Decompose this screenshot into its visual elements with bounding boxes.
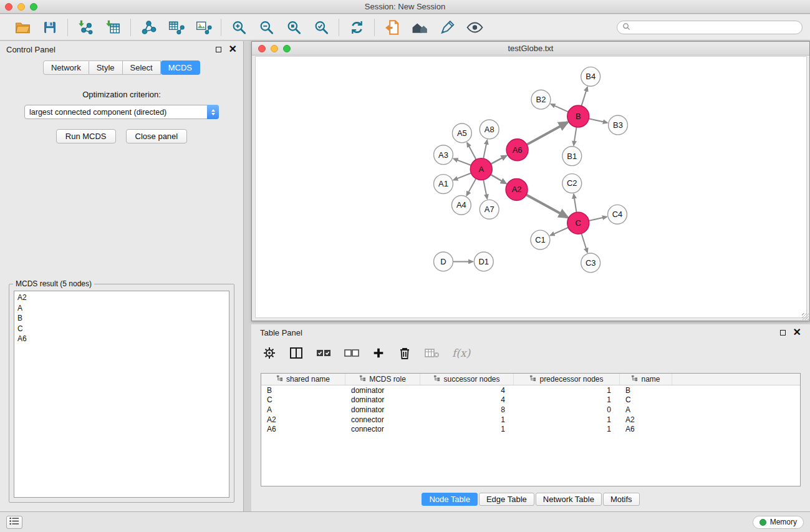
graph-edge-B-B2[interactable] bbox=[551, 104, 568, 112]
new-network-icon[interactable] bbox=[137, 17, 160, 38]
import-table-icon[interactable] bbox=[101, 17, 125, 38]
function-builder-icon[interactable]: f(x) bbox=[452, 347, 470, 359]
graph-node-B[interactable]: B bbox=[567, 105, 589, 127]
graph-node-C2[interactable]: C2 bbox=[562, 174, 582, 193]
graph-node-B3[interactable]: B3 bbox=[609, 115, 628, 135]
tab-network[interactable]: Network bbox=[43, 60, 89, 75]
close-window-button[interactable] bbox=[5, 3, 12, 11]
result-item[interactable]: C bbox=[14, 324, 229, 334]
close-table-panel-icon[interactable]: ✕ bbox=[793, 327, 801, 337]
add-column-icon[interactable] bbox=[372, 344, 385, 362]
table-row[interactable]: Adominator80A bbox=[261, 405, 800, 415]
graph-node-A7[interactable]: A7 bbox=[480, 200, 499, 219]
column-header-predecessor-nodes[interactable]: predecessor nodes bbox=[514, 374, 620, 385]
graph-edge-A-A8[interactable] bbox=[483, 140, 487, 159]
float-table-panel-icon[interactable] bbox=[780, 330, 786, 336]
settings-gear-icon[interactable] bbox=[262, 344, 277, 362]
float-panel-icon[interactable] bbox=[216, 47, 221, 52]
column-header-name[interactable]: name bbox=[620, 374, 672, 385]
column-header-successor-nodes[interactable]: successor nodes bbox=[420, 374, 514, 385]
close-panel-button[interactable]: Close panel bbox=[126, 129, 188, 143]
table-row[interactable]: Cdominator41C bbox=[261, 395, 800, 405]
zoom-fit-icon[interactable] bbox=[282, 17, 306, 38]
criterion-dropdown[interactable]: largest connected component (directed) bbox=[24, 105, 219, 119]
graph-node-C3[interactable]: C3 bbox=[581, 253, 600, 273]
result-item[interactable]: A2 bbox=[14, 293, 229, 303]
zoom-selected-icon[interactable] bbox=[309, 17, 333, 38]
result-item[interactable]: A6 bbox=[14, 334, 229, 344]
close-panel-icon[interactable]: ✕ bbox=[229, 44, 237, 54]
graph-node-D[interactable]: D bbox=[434, 252, 453, 271]
show-columns-icon[interactable] bbox=[289, 344, 304, 362]
graph-node-A8[interactable]: A8 bbox=[480, 120, 499, 139]
apply-layout-icon[interactable] bbox=[345, 17, 369, 38]
graph-node-C[interactable]: C bbox=[567, 212, 589, 234]
tab-edge-table[interactable]: Edge Table bbox=[479, 493, 534, 506]
tab-network-table[interactable]: Network Table bbox=[536, 493, 602, 506]
eye-icon[interactable] bbox=[463, 17, 486, 38]
result-item[interactable]: B bbox=[14, 313, 229, 324]
graph-edge-C-C1[interactable] bbox=[550, 228, 568, 236]
graph-node-A5[interactable]: A5 bbox=[452, 123, 471, 143]
tab-select[interactable]: Select bbox=[123, 60, 161, 75]
graph-node-A6[interactable]: A6 bbox=[506, 139, 528, 161]
graph-node-B1[interactable]: B1 bbox=[562, 147, 582, 166]
graph-edge-A-A5[interactable] bbox=[467, 143, 476, 160]
result-item[interactable]: A bbox=[14, 303, 229, 314]
minimize-window-button[interactable] bbox=[17, 3, 25, 11]
run-mcds-button[interactable]: Run MCDS bbox=[56, 129, 116, 143]
resize-grip[interactable] bbox=[802, 313, 809, 320]
network-canvas[interactable]: B4B2BB3A5A8A6A3B1AC2A1A2A4A7C4CC1C3DD1 bbox=[255, 56, 807, 318]
graph-node-D1[interactable]: D1 bbox=[474, 252, 493, 271]
maximize-window-button[interactable] bbox=[30, 3, 37, 11]
column-header-MCDS-role[interactable]: MCDS role bbox=[345, 374, 420, 385]
graph-edge-B-B3[interactable] bbox=[589, 118, 607, 122]
open-session-icon[interactable] bbox=[11, 17, 34, 38]
save-session-icon[interactable] bbox=[38, 17, 62, 38]
network-minimize-button[interactable] bbox=[271, 45, 278, 52]
network-maximize-button[interactable] bbox=[283, 45, 291, 52]
graph-node-A4[interactable]: A4 bbox=[451, 195, 471, 215]
graph-node-A1[interactable]: A1 bbox=[434, 175, 453, 194]
memory-button[interactable]: Memory bbox=[753, 516, 804, 529]
graph-edge-A2-C[interactable] bbox=[526, 195, 567, 217]
graph-node-A[interactable]: A bbox=[470, 158, 492, 180]
graph-edge-C-C4[interactable] bbox=[589, 217, 607, 221]
delete-column-icon[interactable] bbox=[397, 344, 412, 362]
graph-edge-A-A1[interactable] bbox=[453, 173, 471, 180]
graph-edge-B-B1[interactable] bbox=[574, 127, 577, 145]
export-table-icon[interactable] bbox=[164, 17, 188, 38]
select-all-icon[interactable] bbox=[316, 344, 332, 362]
graph-edge-A6-B[interactable] bbox=[527, 122, 567, 145]
graph-node-B4[interactable]: B4 bbox=[581, 67, 600, 86]
graph-node-C4[interactable]: C4 bbox=[608, 205, 627, 224]
tab-motifs[interactable]: Motifs bbox=[603, 493, 640, 506]
import-network-icon[interactable] bbox=[74, 17, 97, 38]
table-row[interactable]: Bdominator41B bbox=[261, 385, 800, 395]
export-image-icon[interactable] bbox=[191, 17, 215, 38]
graph-edge-B-B4[interactable] bbox=[581, 87, 587, 105]
delete-table-icon[interactable] bbox=[424, 344, 440, 362]
tab-node-table[interactable]: Node Table bbox=[422, 493, 478, 506]
graph-edge-A-A3[interactable] bbox=[453, 158, 471, 165]
graph-edge-C-C2[interactable] bbox=[574, 194, 577, 212]
graph-edge-A-A7[interactable] bbox=[483, 180, 487, 199]
graph-node-C1[interactable]: C1 bbox=[531, 230, 550, 249]
column-header-shared-name[interactable]: shared name bbox=[261, 374, 345, 385]
annotation-icon[interactable] bbox=[435, 17, 459, 38]
zoom-in-icon[interactable] bbox=[227, 17, 251, 38]
zoom-out-icon[interactable] bbox=[254, 17, 278, 38]
mcds-result-list[interactable]: A2ABCA6 bbox=[14, 291, 229, 498]
graph-edge-A-A6[interactable] bbox=[491, 155, 506, 163]
tab-mcds[interactable]: MCDS bbox=[161, 60, 200, 75]
graph-node-B2[interactable]: B2 bbox=[531, 90, 551, 109]
search-box[interactable] bbox=[617, 21, 803, 34]
network-close-button[interactable] bbox=[258, 45, 266, 52]
graph-edge-A-A4[interactable] bbox=[466, 178, 476, 195]
table-row[interactable]: A6connector11A6 bbox=[261, 424, 800, 434]
task-history-button[interactable] bbox=[6, 516, 22, 529]
graph-node-A3[interactable]: A3 bbox=[434, 145, 453, 165]
deselect-all-icon[interactable] bbox=[344, 344, 360, 362]
graph-edge-A-A2[interactable] bbox=[491, 175, 506, 183]
tab-style[interactable]: Style bbox=[89, 60, 123, 75]
